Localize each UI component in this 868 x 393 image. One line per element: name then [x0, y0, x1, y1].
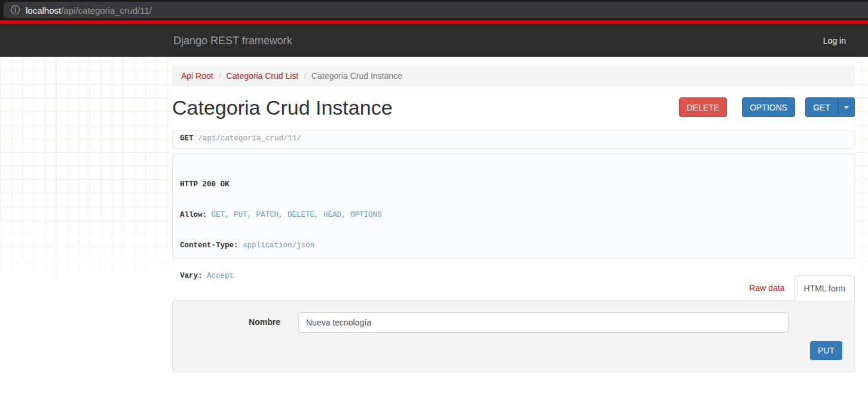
options-button[interactable]: OPTIONS [742, 97, 795, 117]
tab-html-form[interactable]: HTML form [794, 275, 855, 300]
get-button[interactable]: GET [805, 97, 838, 117]
action-buttons: DELETE OPTIONS GET [679, 97, 855, 117]
breadcrumb-api-root[interactable]: Api Root [181, 71, 213, 81]
header-allow-value: GET, PUT, PATCH, DELETE, HEAD, OPTIONS [207, 211, 382, 219]
get-dropdown-button[interactable] [838, 97, 855, 117]
url-path: /api/categoria_crud/11/ [61, 5, 152, 16]
info-icon[interactable]: ⓘ [11, 5, 20, 15]
url-host: localhost [26, 5, 61, 16]
header-content-type-name: Content-Type: [180, 241, 239, 250]
response-status-line: HTTP 200 OK [180, 180, 847, 190]
breadcrumb-separator: / [304, 71, 306, 81]
red-stripe [0, 20, 868, 24]
tab-raw-data[interactable]: Raw data [739, 275, 794, 300]
caret-down-icon [844, 106, 849, 109]
delete-button[interactable]: DELETE [679, 97, 727, 117]
request-info: GET/api/categoria_crud/11/ [172, 130, 855, 149]
header-content-type-value: application/json [239, 241, 315, 250]
breadcrumb-separator: / [219, 71, 221, 81]
html-form-panel: Nombre PUT [172, 300, 855, 372]
main-content: Api Root / Categoria Crud List / Categor… [172, 57, 855, 382]
brand-link[interactable]: Django REST framework [173, 24, 292, 57]
response-header-line: Content-Type: application/json [180, 241, 847, 251]
address-field[interactable]: ⓘ localhost/api/categoria_crud/11/ [4, 2, 868, 19]
login-link[interactable]: Log in [823, 24, 846, 57]
breadcrumb: Api Root / Categoria Crud List / Categor… [172, 65, 855, 87]
get-button-group: GET [805, 97, 855, 117]
form-tabs: Raw data HTML form [172, 275, 855, 300]
request-method: GET [180, 134, 194, 143]
navbar: Django REST framework Log in [0, 24, 868, 57]
breadcrumb-current: Categoria Crud Instance [311, 71, 402, 81]
nombre-input[interactable] [298, 312, 788, 333]
browser-url-bar: ⓘ localhost/api/categoria_crud/11/ [0, 0, 868, 20]
response-header-line: Allow: GET, PUT, PATCH, DELETE, HEAD, OP… [180, 210, 847, 220]
request-path: /api/categoria_crud/11/ [198, 134, 302, 143]
header-allow-name: Allow: [180, 211, 207, 219]
tab-html-form-label: HTML form [804, 284, 845, 293]
put-button[interactable]: PUT [810, 341, 842, 360]
response-info: HTTP 200 OK Allow: GET, PUT, PATCH, DELE… [172, 153, 855, 259]
response-status: HTTP 200 OK [180, 180, 230, 189]
breadcrumb-categoria-crud-list[interactable]: Categoria Crud List [227, 71, 299, 81]
page-header: Categoria Crud Instance DELETE OPTIONS G… [172, 96, 855, 124]
nombre-label: Nombre [173, 317, 280, 327]
